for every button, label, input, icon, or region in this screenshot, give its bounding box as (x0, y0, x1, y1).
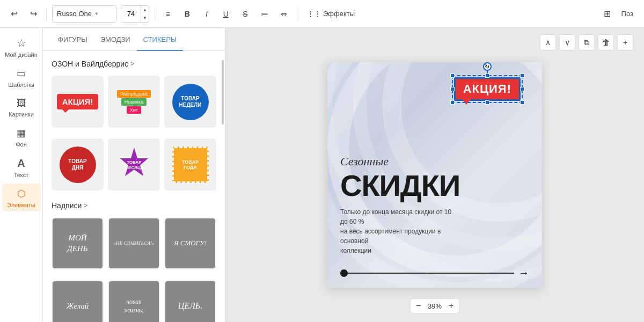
sticker-rasprodazha[interactable]: Распродажа Новинка Хит (108, 76, 160, 128)
section-title-ozon: ОЗОН и Вайлдберрис (52, 60, 128, 68)
tab-figures[interactable]: ФИГУРЫ (52, 28, 94, 51)
background-icon: ▦ (17, 127, 26, 139)
toolbar-divider-3 (297, 8, 297, 20)
sticker-zhelaj-inner: Желай (53, 281, 103, 322)
sidebar-label-templates: Шаблоны (8, 82, 34, 88)
underline-button[interactable]: U (218, 6, 233, 21)
sidebar-item-elements[interactable]: ⬡ Элементы (2, 184, 41, 211)
sticker-ne-sdavatsya-inner: »НЕ СДАВАТЬСЯ!« (109, 218, 159, 268)
handwritten-novaya-zhizn[interactable]: новаяжизнь: (108, 280, 160, 322)
sidebar-item-background[interactable]: ▦ Фон (2, 123, 41, 151)
slider-arrow: → (518, 267, 529, 279)
font-size-control: ▲ ▼ (121, 5, 149, 23)
main-area: ☆ Мой дизайн ▭ Шаблоны 🖼 Картинки ▦ Фон … (0, 28, 644, 322)
templates-icon: ▭ (17, 68, 26, 79)
toolbar-divider-1 (46, 8, 47, 20)
sticker-tovar-dnya-inner: ТОВАРДНЯ (60, 147, 96, 183)
sidebar-item-my-design[interactable]: ☆ Мой дизайн (2, 32, 41, 61)
sticker-tovar-mesyaca[interactable]: ТОВАР МЕСЯЦА (108, 138, 160, 191)
scrollbar[interactable] (222, 56, 224, 322)
sidebar-label-images: Картинки (9, 111, 34, 118)
font-size-input[interactable] (121, 6, 141, 22)
section-header-ozon[interactable]: ОЗОН и Вайлдберрис > (52, 60, 216, 68)
layer-down-button[interactable]: ∨ (559, 34, 575, 50)
sticker-tovar-goda[interactable]: ТОВАРГОДА (164, 138, 216, 191)
font-size-arrows: ▲ ▼ (141, 6, 149, 22)
sticker-akcia[interactable]: АКЦИЯ! (52, 76, 104, 128)
layers-icon[interactable]: ⊞ (600, 6, 615, 21)
sidebar: ☆ Мой дизайн ▭ Шаблоны 🖼 Картинки ▦ Фон … (0, 28, 43, 322)
canvas-sticker-text: АКЦИЯ! (454, 77, 521, 101)
bold-button[interactable]: B (180, 6, 195, 21)
svg-text:МЕСЯЦА: МЕСЯЦА (125, 165, 143, 170)
rotate-handle[interactable]: ↻ (483, 62, 492, 71)
font-name-label: Russo One (57, 10, 92, 18)
sticker-tovar-nedeli[interactable]: ТОВАРНЕДЕЛИ (164, 76, 216, 128)
handwritten-cel[interactable]: ЦЕЛЬ. (164, 280, 216, 322)
layer-up-button[interactable]: ∧ (540, 34, 556, 50)
sticker-akcia-inner: АКЦИЯ! (57, 94, 99, 109)
star-icon: ☆ (17, 36, 26, 49)
sticker-cel-inner: ЦЕЛЬ. (165, 281, 215, 322)
font-size-up[interactable]: ▲ (141, 6, 149, 14)
list-button[interactable]: ≔ (257, 6, 272, 21)
redo-button[interactable]: ↪ (26, 6, 41, 21)
section-arrow-handwritten: > (84, 202, 87, 209)
handwritten-zhelaj[interactable]: Желай (52, 280, 104, 322)
handwritten-row-1: МОЙДЕНЬ »НЕ СДАВАТЬСЯ!« Я СМОГУ! (52, 217, 216, 269)
sidebar-item-templates[interactable]: ▭ Шаблоны (2, 63, 41, 91)
duplicate-button[interactable]: ⧉ (579, 34, 595, 50)
star-svg: ТОВАР МЕСЯЦА (115, 145, 153, 184)
sticker-tovar-nedeli-inner: ТОВАРНЕДЕЛИ (172, 84, 209, 120)
font-size-down[interactable]: ▼ (141, 14, 149, 22)
sidebar-item-text[interactable]: A Текст (2, 153, 41, 181)
stickers-row-1: АКЦИЯ! Распродажа Новинка Хит ТОВАРНЕДЕЛ… (52, 76, 216, 128)
sidebar-label-elements: Элементы (7, 202, 35, 208)
elements-icon: ⬡ (17, 188, 26, 200)
handwritten-ya-smogu[interactable]: Я СМОГУ! (164, 217, 216, 269)
font-selector[interactable]: Russo One ▾ (52, 5, 116, 23)
toolbar: ↩ ↪ Russo One ▾ ▲ ▼ ≡ B I U S ≔ ⇔ ⋮⋮ Эфф… (0, 0, 644, 28)
stickers-row-2: ТОВАРДНЯ ТОВАР МЕСЯЦА (52, 138, 216, 191)
poster-slider: → (340, 267, 529, 279)
position-button[interactable]: Поз (617, 8, 638, 20)
delete-button[interactable]: 🗑 (598, 34, 614, 50)
undo-button[interactable]: ↩ (6, 6, 21, 21)
poster-title: СКИДКИ (340, 171, 529, 201)
zoom-in-button[interactable]: + (449, 301, 453, 311)
panel-tabs: ФИГУРЫ ЭМОДЗИ СТИКЕРЫ (43, 28, 225, 51)
tab-stickers[interactable]: СТИКЕРЫ (137, 28, 184, 51)
text-icon: A (17, 157, 25, 170)
zoom-controls: − 39% + (410, 298, 460, 313)
slider-track (340, 273, 514, 274)
section-title-handwritten: Надписи (52, 201, 82, 210)
section-header-handwritten[interactable]: Надписи > (52, 201, 216, 210)
handwritten-ne-sdavatsya[interactable]: »НЕ СДАВАТЬСЯ!« (108, 217, 160, 269)
tab-emoji[interactable]: ЭМОДЗИ (94, 28, 137, 51)
sticker-ya-smogu-inner: Я СМОГУ! (165, 218, 215, 268)
zoom-level-label: 39% (425, 302, 444, 310)
panel-content: ОЗОН и Вайлдберрис > АКЦИЯ! Распродажа Н… (43, 51, 225, 322)
zoom-out-button[interactable]: − (416, 301, 421, 311)
design-canvas[interactable]: ↻ АКЦИЯ! (327, 62, 542, 288)
sidebar-label-text: Текст (14, 172, 29, 178)
effects-button[interactable]: ⋮⋮ Эффекты (303, 8, 359, 20)
handwritten-moy-den[interactable]: МОЙДЕНЬ (52, 217, 104, 269)
position-label: Поз (621, 10, 633, 18)
align-button[interactable]: ≡ (160, 6, 175, 21)
canvas-sticker-selected[interactable]: ↻ АКЦИЯ! (454, 77, 521, 101)
sidebar-item-images[interactable]: 🖼 Картинки (2, 93, 41, 121)
canvas-top-controls: ∧ ∨ ⧉ 🗑 + (540, 34, 633, 50)
svg-text:ТОВАР: ТОВАР (127, 160, 142, 165)
toolbar-divider-2 (155, 8, 155, 20)
section-arrow-ozon: > (130, 60, 134, 68)
sticker-tovar-mesyaca-inner: ТОВАР МЕСЯЦА (115, 145, 153, 184)
canvas-area: ∧ ∨ ⧉ 🗑 + ↻ (225, 28, 644, 322)
sticker-tovar-dnya[interactable]: ТОВАРДНЯ (52, 138, 104, 191)
spacing-button[interactable]: ⇔ (276, 6, 291, 21)
poster-subtitle: Сезонные (340, 155, 529, 169)
add-button[interactable]: + (617, 34, 633, 50)
italic-button[interactable]: I (199, 6, 214, 21)
sidebar-label-background: Фон (16, 141, 27, 148)
strikethrough-button[interactable]: S (238, 6, 253, 21)
